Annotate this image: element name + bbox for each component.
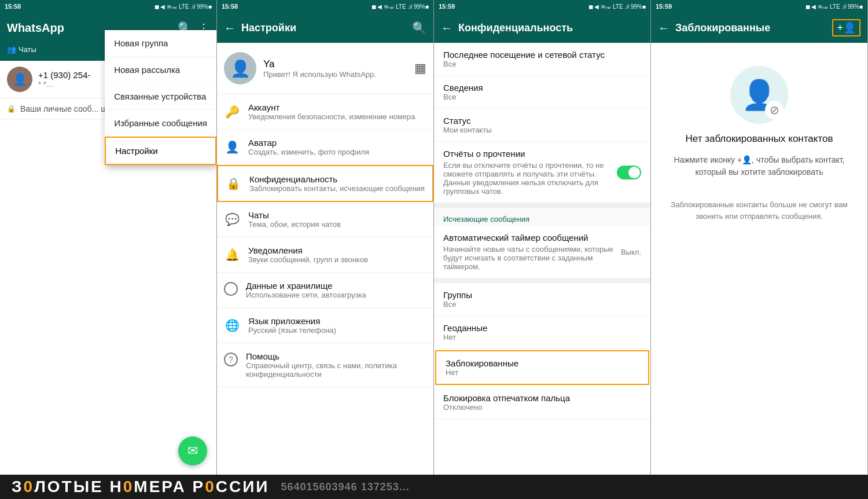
groups-title: Группы [443,290,641,300]
menu-item-new-group[interactable]: Новая группа [105,30,216,57]
menu-item-starred[interactable]: Избранные сообщения [105,110,216,137]
profile-name: Ya [263,58,407,70]
language-subtitle: Русский (язык телефона) [248,326,426,335]
blocked-bar-title: Заблокированные [675,22,832,34]
geo-value: Нет [443,333,641,342]
divider-1 [434,203,650,208]
time-4: 15:59 [656,3,672,10]
status-icons-1: ◼ ◀ ≋ᵥₒᵢ LTE .ıl 99%■ [155,3,212,10]
back-button-2[interactable]: ← [224,21,236,35]
status-icons-4: ◼ ◀ ≋ᵥₒᵢ LTE .ıl 99%■ [806,3,863,10]
toggle-knob [628,167,640,178]
account-title: Аккаунт [248,102,426,112]
avatar-subtitle: Создать, изменить, фото профиля [248,148,426,156]
settings-item-account[interactable]: 🔑 Аккаунт Уведомления безопасности, изме… [217,94,433,130]
search-icon-2[interactable]: 🔍 [412,21,426,35]
add-blocked-icon[interactable]: +👤 [832,19,860,36]
profile-section[interactable]: 👤 Ya Привет! Я использую WhatsApp. ▦ [217,43,433,94]
screen2-settings: 15:58 ◼ ◀ ≋ᵥₒᵢ LTE .ıl 99%■ ← Настройки … [217,0,434,475]
settings-item-notifications[interactable]: 🔔 Уведомления Звуки сообщений, групп и з… [217,237,433,273]
privacy-info[interactable]: Сведения Все [434,76,650,109]
screen3-privacy: 15:59 ◼ ◀ ≋ᵥₒᵢ LTE .ıl 99%■ ← Конфиденци… [434,0,651,475]
no-sign-icon: ⊘ [765,101,784,119]
help-title: Помощь [246,351,426,361]
screen1-whatsapp: 15:58 ◼ ◀ ≋ᵥₒᵢ LTE .ıl 99%■ WhatsApp 🔍 ⋮… [0,0,217,475]
disappearing-header: Исчезающие сообщения [434,208,650,226]
contact-avatar: 👤 [7,67,32,92]
profile-avatar: 👤 [224,52,256,85]
settings-item-language[interactable]: 🌐 Язык приложения Русский (язык телефона… [217,308,433,343]
fab-icon: ✉ [187,443,198,458]
menu-item-linked-devices[interactable]: Связанные устройства [105,83,216,110]
privacy-lastseen[interactable]: Последнее посещение и сетевой статус Все [434,43,650,76]
language-title: Язык приложения [248,316,426,326]
blocked-value: Нет [446,368,639,377]
qr-icon[interactable]: ▦ [414,61,426,76]
fingerprint-value: Отключено [443,403,641,412]
read-receipts-title: Отчёты о прочтении [443,149,617,159]
avatar-icon: 👤 [224,139,240,155]
settings-item-data[interactable]: Данные и хранилище Использование сети, а… [217,273,433,308]
menu-item-broadcast[interactable]: Новая рассылка [105,57,216,83]
settings-item-avatar[interactable]: 👤 Аватар Создать, изменить, фото профиля [217,130,433,165]
privacy-fingerprint[interactable]: Блокировка отпечатком пальца Отключено [434,386,650,419]
time-3: 15:59 [439,3,455,10]
wm-mera: МЕРА Р [134,478,205,496]
chats-subtitle: Тема, обои, история чатов [248,220,426,229]
data-content: Данные и хранилище Использование сети, а… [246,281,426,299]
menu-item-settings[interactable]: Настройки [105,137,216,165]
bottom-watermark-bar: З0ЛОТЫЕ Н0МЕРА Р0ССИИ 564015603946 13725… [0,475,868,499]
time-1: 15:58 [5,3,21,10]
tab-chats[interactable]: 👥 Чаты [7,43,36,56]
notifications-title: Уведомления [248,245,426,255]
back-button-4[interactable]: ← [658,21,670,35]
help-content: Помощь Справочный центр, связь с нами, п… [246,351,426,379]
blocked-title-priv: Заблокированные [446,358,639,368]
account-content: Аккаунт Уведомления безопасности, измене… [248,102,426,121]
notifications-content: Уведомления Звуки сообщений, групп и зво… [248,245,426,264]
avatar-content: Аватар Создать, изменить, фото профиля [248,138,426,156]
app-bar-2: ← Настройки 🔍 [217,13,433,43]
chats-content: Чаты Тема, обои, история чатов [248,210,426,229]
status-title: Статус [443,116,641,126]
privacy-geo[interactable]: Геоданные Нет [434,316,650,349]
read-receipts-toggle[interactable] [617,166,641,179]
dropdown-menu: Новая группа Новая рассылка Связанные ус… [105,30,216,165]
privacy-status[interactable]: Статус Мои контакты [434,109,650,142]
back-button-3[interactable]: ← [441,21,453,35]
privacy-blocked[interactable]: Заблокированные Нет [435,350,649,385]
settings-item-help[interactable]: ? Помощь Справочный центр, связь с нами,… [217,343,433,387]
profile-status: Привет! Я использую WhatsApp. [263,70,407,79]
privacy-content: Конфиденциальность Заблокировать контакт… [249,174,425,193]
privacy-read-receipts[interactable]: Отчёты о прочтении Если вы отключите отч… [434,142,650,203]
wm-0-2: 0 [123,478,134,496]
privacy-timer[interactable]: Автоматический таймер сообщений Начинайт… [434,226,650,278]
timer-title: Автоматический таймер сообщений [443,233,621,243]
privacy-title: Конфиденциальность [249,174,425,184]
chats-icon: 💬 [224,211,240,228]
status-bar-3: 15:59 ◼ ◀ ≋ᵥₒᵢ LTE .ıl 99%■ [434,0,650,13]
language-icon: 🌐 [224,317,240,333]
notifications-icon: 🔔 [224,247,240,263]
data-icon [224,282,238,296]
blocked-empty-title: Нет заблокированных контактов [685,133,833,145]
fingerprint-title: Блокировка отпечатком пальца [443,393,641,403]
settings-item-chats[interactable]: 💬 Чаты Тема, обои, история чатов [217,202,433,237]
settings-item-privacy[interactable]: 🔒 Конфиденциальность Заблокировать конта… [217,165,433,202]
notifications-subtitle: Звуки сообщений, групп и звонков [248,255,426,264]
blocked-footer-text: Заблокированные контакты больше не смогу… [663,199,856,222]
privacy-bar-title: Конфиденциальность [458,22,643,34]
people-icon: 👥 [7,45,16,54]
lastseen-value: Все [443,60,641,68]
info-title: Сведения [443,83,641,93]
screen4-blocked: 15:59 ◼ ◀ ≋ᵥₒᵢ LTE .ıl 99%■ ← Заблокиров… [651,0,868,475]
profile-info: Ya Привет! Я использую WhatsApp. [263,58,407,79]
data-title: Данные и хранилище [246,281,426,291]
fab-button[interactable]: ✉ [178,436,207,465]
status-value: Мои контакты [443,126,641,134]
time-2: 15:58 [222,3,238,10]
watermark-text: З0ЛОТЫЕ Н0МЕРА Р0ССИИ [12,478,270,496]
settings-list: 👤 Ya Привет! Я использую WhatsApp. ▦ 🔑 А… [217,43,433,475]
blocked-content: 👤 ⊘ Нет заблокированных контактов Нажмит… [651,43,867,475]
privacy-groups[interactable]: Группы Все [434,283,650,316]
